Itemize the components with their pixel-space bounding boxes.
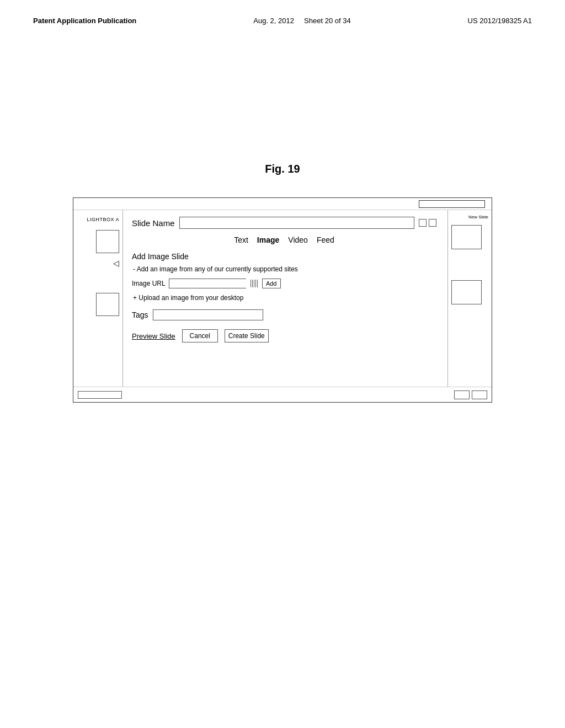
content-section: Add Image Slide - Add an image from any … (132, 252, 436, 302)
header-date: Aug. 2, 2012 (253, 17, 294, 25)
bottom-right-btn-1[interactable] (454, 390, 470, 399)
header-right: US 2012/198325 A1 (468, 17, 532, 25)
header-left: Patent Application Publication (33, 17, 136, 25)
diagram-area: LIGHTBOX A ◁ Slide Name Te (67, 197, 498, 403)
bottom-right-btn-2[interactable] (472, 390, 487, 399)
dialog-topbar (73, 198, 492, 210)
actions-row: Preview Slide Cancel Create Slide (132, 329, 436, 342)
tabs-row: Text Image Video Feed (132, 235, 436, 244)
image-url-input[interactable] (169, 279, 246, 288)
right-thumbnail-1[interactable] (451, 225, 482, 249)
header-sheet: Sheet 20 of 34 (304, 17, 351, 25)
tags-input[interactable] (153, 309, 263, 320)
slide-name-input[interactable] (179, 217, 414, 229)
slide-name-row: Slide Name (132, 217, 436, 229)
slide-name-buttons (419, 219, 436, 227)
url-bar-3 (254, 280, 254, 287)
left-thumbnail-2[interactable] (96, 293, 119, 316)
dialog-body: LIGHTBOX A ◁ Slide Name Te (73, 210, 492, 387)
upload-link[interactable]: + Upload an image from your desktop (133, 294, 436, 302)
dialog-bottombar (73, 387, 492, 402)
add-button[interactable]: Add (262, 279, 281, 288)
preview-slide-link[interactable]: Preview Slide (132, 332, 175, 340)
left-panel: LIGHTBOX A ◁ (73, 210, 123, 387)
url-bar-2 (252, 280, 253, 287)
tab-image[interactable]: Image (257, 235, 279, 244)
figure-title: Fig. 19 (0, 163, 565, 175)
new-slide-label: New Slide (451, 215, 488, 220)
left-thumbnail-1[interactable] (96, 230, 119, 253)
dialog-outer: LIGHTBOX A ◁ Slide Name Te (73, 197, 492, 403)
right-thumbnail-2[interactable] (451, 280, 482, 304)
url-bar-4 (255, 280, 256, 287)
lightbox-label: LIGHTBOX A (87, 217, 119, 222)
image-url-row: Image URL Add (132, 279, 436, 288)
url-bars (250, 280, 258, 287)
url-bar-1 (250, 280, 251, 287)
tab-video[interactable]: Video (288, 235, 308, 244)
main-panel: Slide Name Text Image Video Feed Ad (123, 210, 447, 387)
image-url-label: Image URL (132, 280, 166, 287)
section-title: Add Image Slide (132, 252, 436, 261)
tags-row: Tags (132, 309, 436, 320)
slide-name-btn-2[interactable] (429, 219, 436, 227)
left-arrow-icon: ◁ (113, 259, 119, 267)
create-slide-button[interactable]: Create Slide (225, 329, 269, 342)
cancel-button[interactable]: Cancel (182, 329, 218, 342)
tags-label: Tags (132, 311, 148, 319)
bottom-left-input[interactable] (78, 391, 122, 399)
slide-name-btn-1[interactable] (419, 219, 427, 227)
tab-text[interactable]: Text (234, 235, 248, 244)
section-desc: - Add an image from any of our currently… (133, 265, 436, 273)
right-panel: New Slide (447, 210, 492, 387)
url-bar-5 (257, 280, 258, 287)
bottom-right-buttons (454, 390, 487, 399)
tab-feed[interactable]: Feed (317, 235, 334, 244)
slide-name-label: Slide Name (132, 218, 175, 228)
header-center: Aug. 2, 2012 Sheet 20 of 34 (253, 17, 350, 25)
patent-header: Patent Application Publication Aug. 2, 2… (0, 0, 565, 30)
topbar-input[interactable] (419, 200, 485, 208)
